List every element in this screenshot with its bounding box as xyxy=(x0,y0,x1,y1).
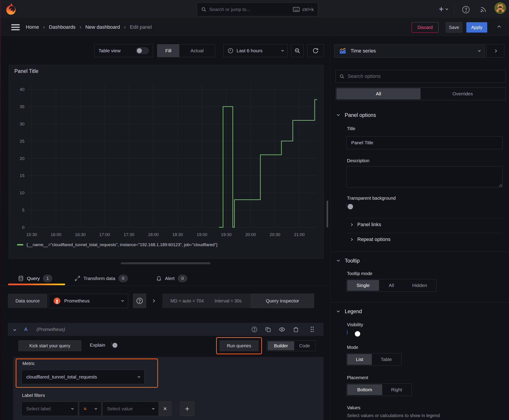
description-input[interactable] xyxy=(347,166,502,187)
transform-icon xyxy=(75,276,80,281)
panel-links-section[interactable]: Panel links xyxy=(350,222,381,227)
placement-right-option[interactable]: Right xyxy=(382,384,411,395)
code-option[interactable]: Code xyxy=(294,341,315,350)
drag-grip-icon[interactable] xyxy=(310,326,315,332)
query-row-header[interactable]: A (Prometheus) xyxy=(8,323,324,336)
chevron-right-icon: › xyxy=(124,24,126,30)
tab-query[interactable]: Query 1 xyxy=(18,273,52,284)
title-input[interactable]: Panel Title xyxy=(347,136,502,149)
grafana-logo-icon[interactable] xyxy=(5,3,17,17)
chevron-down-icon xyxy=(478,49,480,52)
news-rss-icon[interactable] xyxy=(479,5,488,14)
svg-text:0: 0 xyxy=(22,225,24,230)
add-filter-button[interactable]: + xyxy=(180,402,194,416)
apply-button[interactable]: Apply xyxy=(466,22,487,32)
legend-list-option[interactable]: List xyxy=(347,354,372,365)
select-label-dropdown[interactable]: Select label xyxy=(22,402,78,416)
visualization-picker[interactable]: Time series xyxy=(334,44,485,58)
tab-overrides[interactable]: Overrides xyxy=(421,88,505,99)
select-value-dropdown[interactable]: Select value xyxy=(102,402,159,416)
clock-icon xyxy=(228,48,233,54)
metric-value: cloudflared_tunnel_total_requests xyxy=(26,374,97,380)
svg-text:35: 35 xyxy=(20,104,24,109)
add-menu-button[interactable]: + xyxy=(435,4,452,14)
expand-row-button[interactable] xyxy=(150,298,157,304)
fill-option[interactable]: Fill xyxy=(157,45,179,57)
tooltip-single-option[interactable]: Single xyxy=(347,280,379,291)
run-queries-button[interactable]: Run queries xyxy=(220,340,258,351)
remove-filter-button[interactable]: × xyxy=(159,402,171,416)
duplicate-icon[interactable] xyxy=(265,326,271,332)
chevron-down-icon xyxy=(94,407,97,409)
tooltip-all-option[interactable]: All xyxy=(379,280,404,291)
menu-icon[interactable] xyxy=(11,24,20,30)
datasource-picker[interactable]: Prometheus xyxy=(49,294,128,308)
search-shortcut: ctrl+k xyxy=(302,7,314,12)
time-range-picker[interactable]: Last 6 hours xyxy=(223,44,288,57)
pane-resize-handle[interactable] xyxy=(121,262,211,264)
refresh-button[interactable] xyxy=(307,44,324,57)
datasource-help-button[interactable] xyxy=(133,294,146,308)
zoom-out-button[interactable] xyxy=(291,44,304,57)
metric-select[interactable]: cloudflared_tunnel_total_requests xyxy=(22,370,144,384)
svg-text:40: 40 xyxy=(20,87,24,92)
actual-option[interactable]: Actual xyxy=(179,45,215,57)
svg-text:17:00: 17:00 xyxy=(99,232,110,237)
label-filters-label: Label filters xyxy=(22,393,45,398)
breadcrumb-new-dashboard[interactable]: New dashboard xyxy=(85,24,120,30)
kick-start-button[interactable]: Kick start your query xyxy=(18,340,81,351)
operator-dropdown[interactable]: = xyxy=(79,402,101,416)
help-icon[interactable] xyxy=(461,5,471,14)
global-search-input[interactable]: Search or jump to... ctrl+k xyxy=(197,2,318,16)
avatar[interactable] xyxy=(494,2,506,14)
chart-svg[interactable]: 051015202530354015:3016:0016:3017:0017:3… xyxy=(12,83,321,240)
datasource-label: Data source xyxy=(8,294,47,308)
table-view-toggle[interactable] xyxy=(136,47,149,54)
tooltip-mode-switch: Single All Hidden xyxy=(346,279,436,292)
svg-text:21:00: 21:00 xyxy=(294,232,305,237)
legend-table-option[interactable]: Table xyxy=(372,354,401,365)
chevron-right-icon xyxy=(350,238,353,241)
explain-toggle[interactable] xyxy=(111,342,112,346)
left-edge-accent xyxy=(0,0,1,420)
breadcrumb-dashboards[interactable]: Dashboards xyxy=(49,24,76,30)
tab-alert-label: Alert xyxy=(165,276,175,281)
collapse-pane-button[interactable] xyxy=(495,24,504,30)
save-button[interactable]: Save xyxy=(446,22,462,32)
tooltip-title: Tooltip xyxy=(345,258,359,264)
query-inspector-button[interactable]: Query inspector xyxy=(251,294,314,308)
tab-transform-label: Transform data xyxy=(84,276,115,281)
search-icon xyxy=(339,74,344,79)
discard-button[interactable]: Discard xyxy=(412,22,439,32)
legend-visibility-toggle[interactable] xyxy=(347,330,347,335)
collapse-options-button[interactable] xyxy=(486,44,504,58)
query-options-summary[interactable]: MD = auto = 704 Interval = 30s xyxy=(162,294,257,308)
tab-alert[interactable]: Alert 0 xyxy=(156,273,187,284)
repeat-options-section[interactable]: Repeat options xyxy=(350,236,390,242)
builder-option[interactable]: Builder xyxy=(268,341,294,350)
tooltip-header[interactable]: Tooltip xyxy=(337,258,359,264)
legend-header[interactable]: Legend xyxy=(337,308,362,315)
chevron-down-icon xyxy=(281,49,284,51)
placement-bottom-option[interactable]: Bottom xyxy=(347,384,382,395)
chart-legend[interactable]: {__name__="cloudflared_tunnel_total_requ… xyxy=(17,242,218,247)
svg-text:17:30: 17:30 xyxy=(124,232,134,237)
chevron-right-icon: › xyxy=(43,24,45,30)
all-overrides-tabs: All Overrides xyxy=(335,87,506,100)
tab-transform[interactable]: Transform data 0 xyxy=(75,273,128,284)
tab-all[interactable]: All xyxy=(336,88,421,99)
vertical-scrollbar[interactable] xyxy=(327,201,328,227)
tooltip-hidden-option[interactable]: Hidden xyxy=(404,280,436,291)
close-icon: × xyxy=(163,405,167,412)
help-circle-icon[interactable] xyxy=(251,326,258,332)
legend-visibility-label: Visibility xyxy=(347,322,363,327)
search-options-placeholder: Search options xyxy=(348,73,381,79)
trash-icon[interactable] xyxy=(293,326,299,332)
transparent-bg-toggle[interactable] xyxy=(347,203,347,207)
panel-options-header[interactable]: Panel options xyxy=(337,112,376,118)
eye-icon[interactable] xyxy=(279,326,285,333)
query-datasource-hint: (Prometheus) xyxy=(37,327,65,332)
explain-label: Explain xyxy=(90,342,105,348)
breadcrumb-home[interactable]: Home xyxy=(26,24,39,30)
search-options-input[interactable]: Search options xyxy=(335,70,506,83)
